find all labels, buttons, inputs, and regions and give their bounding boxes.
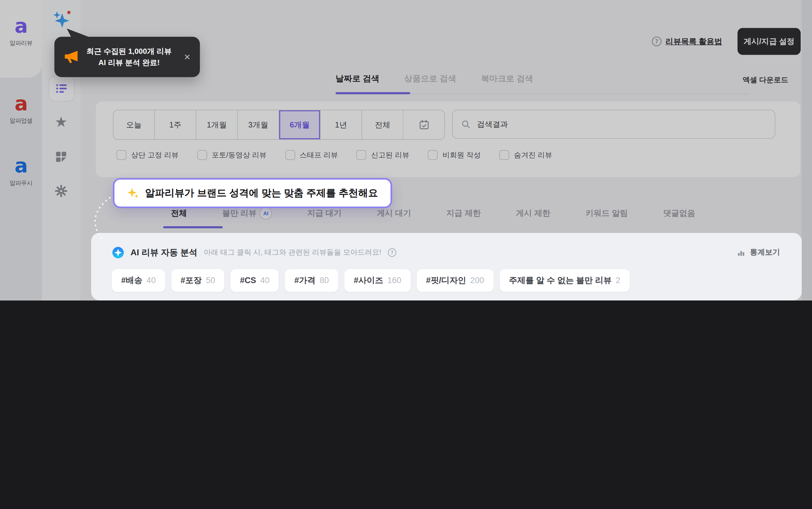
tag-cs[interactable]: #CS40 [231, 269, 279, 292]
tour-callout-topic: 알파리뷰가 브랜드 성격에 맞는 맞춤 주제를 추천해요 [113, 178, 392, 208]
ai-auto-analysis-panel: AI 리뷰 자동 분석 아래 태그 클릭 시, 태그와 관련된 리뷰들을 모아드… [91, 233, 802, 300]
bar-chart-icon [737, 248, 746, 257]
ai-diamond-icon [112, 246, 125, 259]
tag-fit-design[interactable]: #핏/디자인200 [417, 269, 494, 292]
dashed-connector [87, 188, 123, 239]
question-icon[interactable]: ? [388, 248, 397, 257]
app-root: a 알파리뷰 a 알파업셀 a 알파푸시 ★ [0, 0, 812, 301]
toast-text: 최근 수집된 1,000개 리뷰 AI 리뷰 분석 완료! [87, 45, 171, 68]
ai-analysis-toast: 최근 수집된 1,000개 리뷰 AI 리뷰 분석 완료! × [55, 37, 200, 77]
tag-delivery[interactable]: #배송40 [112, 269, 165, 292]
ai-tag-row: #배송40 #포장50 #CS40 #가격80 #사이즈160 #핏/디자인20… [112, 269, 630, 292]
close-icon[interactable]: × [184, 51, 191, 63]
toast-tail [66, 28, 91, 39]
view-stats-link[interactable]: 통계보기 [737, 247, 780, 257]
tag-unknown-topic[interactable]: 주제를 알 수 없는 불만 리뷰2 [500, 269, 630, 292]
ai-panel-subtitle: 아래 태그 클릭 시, 태그와 관련된 리뷰들을 모아드려요! [204, 248, 381, 257]
tag-price[interactable]: #가격80 [285, 269, 338, 292]
ai-panel-title: AI 리뷰 자동 분석 [131, 247, 198, 258]
tag-packaging[interactable]: #포장50 [171, 269, 225, 292]
tag-size[interactable]: #사이즈160 [345, 269, 411, 292]
megaphone-icon [64, 50, 79, 64]
sparkles-emoji-icon [127, 187, 139, 199]
ai-panel-header: AI 리뷰 자동 분석 아래 태그 클릭 시, 태그와 관련된 리뷰들을 모아드… [112, 246, 397, 259]
svg-text:?: ? [391, 250, 394, 256]
